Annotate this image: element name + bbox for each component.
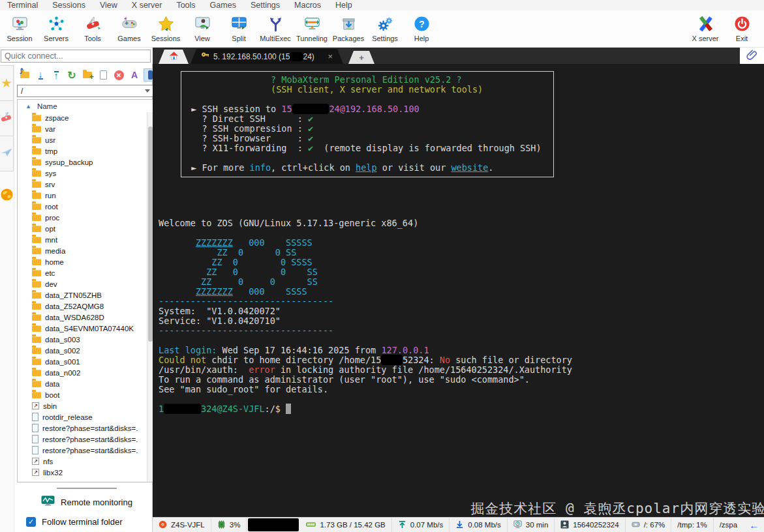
menu-item[interactable]: Macros <box>287 1 328 10</box>
session-button[interactable]: Session <box>1 12 38 46</box>
arrow-left-icon[interactable]: ← <box>749 520 759 531</box>
menu-item[interactable]: Help <box>328 1 359 10</box>
file-row[interactable]: sys <box>18 168 153 179</box>
packages-button[interactable]: Packages <box>330 12 367 46</box>
file-type-icon <box>32 314 41 321</box>
file-row[interactable]: data_s003 <box>18 334 153 345</box>
menu-item[interactable]: Settings <box>243 1 287 10</box>
file-row[interactable]: rootdir_release <box>18 411 153 422</box>
follow-terminal-folder-label: Follow terminal folder <box>42 517 123 527</box>
file-row[interactable]: data_ZTN05ZHB <box>18 289 153 301</box>
status-user: 15640252324 <box>555 518 625 532</box>
split-button[interactable]: Split <box>221 12 257 46</box>
home-tab[interactable] <box>159 50 189 64</box>
multiexec-button[interactable]: MultiExec <box>257 12 294 46</box>
sidebar-sessions-button[interactable]: ★ <box>0 65 14 101</box>
delete-icon[interactable]: ✕ <box>112 68 125 81</box>
remote-monitoring-button[interactable]: Remote monitoring <box>17 492 157 512</box>
file-row[interactable]: data_n002 <box>18 367 153 378</box>
tunneling-button[interactable]: Tunneling <box>294 12 330 46</box>
sidebar-network-button[interactable] <box>0 178 14 214</box>
file-row[interactable]: restore?phase=start&disks=. <box>18 445 153 456</box>
uptime-clock-icon <box>513 520 522 530</box>
rename-icon[interactable]: A <box>128 68 141 81</box>
monitoring-icon <box>41 495 55 509</box>
file-row[interactable]: srv <box>18 179 153 190</box>
file-row[interactable]: proc <box>18 212 153 223</box>
menu-item[interactable]: Sessions <box>45 1 93 10</box>
tools-button[interactable]: Tools <box>74 12 111 46</box>
active-session-tab[interactable]: 5. 192.168.50.100 (15 24) × <box>191 49 343 64</box>
file-name: restore?phase=start&disks=. <box>42 447 138 454</box>
xserver-button[interactable]: X server <box>687 12 724 46</box>
view-button[interactable]: View <box>184 12 221 46</box>
file-row[interactable]: restore?phase=start&disks=. <box>18 434 153 445</box>
redaction-marker <box>381 355 403 365</box>
file-row[interactable]: mnt <box>18 234 153 245</box>
file-row[interactable]: zspace <box>18 112 153 123</box>
new-folder-icon[interactable]: + <box>81 68 94 81</box>
follow-terminal-folder-checkbox[interactable]: ✓ <box>26 517 36 527</box>
file-row[interactable]: opt <box>18 223 153 234</box>
menu-item[interactable]: Terminal <box>0 1 45 10</box>
file-name: run <box>45 192 56 200</box>
file-row[interactable]: nfs <box>18 456 153 467</box>
file-row[interactable]: var <box>18 123 153 134</box>
file-row[interactable]: sysup_backup <box>18 156 153 168</box>
file-type-icon <box>32 413 38 421</box>
file-type-icon <box>32 370 41 376</box>
file-row[interactable]: data_S4EVNM0TA07440K <box>18 323 153 334</box>
file-row[interactable]: media <box>18 245 153 256</box>
file-type-icon <box>32 325 41 332</box>
file-row[interactable]: usr <box>18 134 153 145</box>
file-row[interactable]: boot <box>18 389 153 400</box>
file-row[interactable]: data_s001 <box>18 356 153 367</box>
resize-grip[interactable] <box>57 488 117 489</box>
sidebar-tools-button[interactable] <box>0 100 14 136</box>
new-tab-button[interactable]: + <box>348 51 374 64</box>
attach-zone[interactable] <box>740 48 764 64</box>
parent-folder-icon[interactable]: ⤴ <box>18 68 31 81</box>
current-path: / <box>21 87 23 96</box>
quick-connect-input[interactable] <box>1 50 151 63</box>
status-download: 0.08 Mb/s <box>450 518 508 532</box>
upload-icon[interactable]: ↑ <box>50 68 63 81</box>
refresh-icon[interactable]: ↻ <box>65 68 78 81</box>
menu-item[interactable]: Tools <box>169 1 202 10</box>
file-list-header[interactable]: ▲ Name <box>18 100 153 112</box>
file-row[interactable]: data <box>18 378 153 389</box>
settings-button[interactable]: Settings <box>367 12 403 46</box>
file-row[interactable]: restore?phase=start&disks=. <box>18 422 153 434</box>
file-row[interactable]: root <box>18 201 153 212</box>
file-row[interactable]: libx32 <box>18 467 153 478</box>
menu-item[interactable]: View <box>93 1 125 10</box>
sort-arrow-icon: ▲ <box>25 103 31 110</box>
help-button[interactable]: ? Help <box>403 12 440 46</box>
games-button[interactable]: Games <box>111 12 147 46</box>
path-selector[interactable]: / <box>17 85 154 97</box>
file-row[interactable]: dev <box>18 278 153 289</box>
download-icon[interactable]: ↓ <box>34 68 47 81</box>
file-row[interactable]: etc <box>18 267 153 278</box>
new-file-icon[interactable] <box>97 68 110 81</box>
file-row[interactable]: data_s002 <box>18 345 153 356</box>
file-row[interactable]: run <box>18 190 153 201</box>
file-type-icon <box>32 259 41 265</box>
file-row[interactable]: home <box>18 256 153 267</box>
file-row[interactable]: tmp <box>18 145 153 156</box>
exit-button[interactable]: Exit <box>724 12 760 46</box>
xserver-icon <box>697 16 714 33</box>
file-row[interactable]: data_Z52AQMG8 <box>18 301 153 312</box>
menu-item[interactable]: Games <box>203 1 243 10</box>
tab-close-button[interactable]: × <box>328 52 333 61</box>
menu-item[interactable]: X server <box>125 1 170 10</box>
file-row[interactable]: sbin <box>18 400 153 411</box>
scrollbar-thumb[interactable] <box>148 126 153 342</box>
sidebar-macros-button[interactable] <box>0 136 14 171</box>
file-type-icon <box>32 203 41 210</box>
file-row[interactable]: data_WSDA628D <box>18 312 153 323</box>
servers-button[interactable]: Servers <box>38 12 74 46</box>
terminal-area[interactable]: ? MobaXterm Personal Edition v25.2 ? (SS… <box>153 64 764 517</box>
sessions-button[interactable]: Sessions <box>147 12 184 46</box>
tunneling-icon <box>304 16 320 33</box>
